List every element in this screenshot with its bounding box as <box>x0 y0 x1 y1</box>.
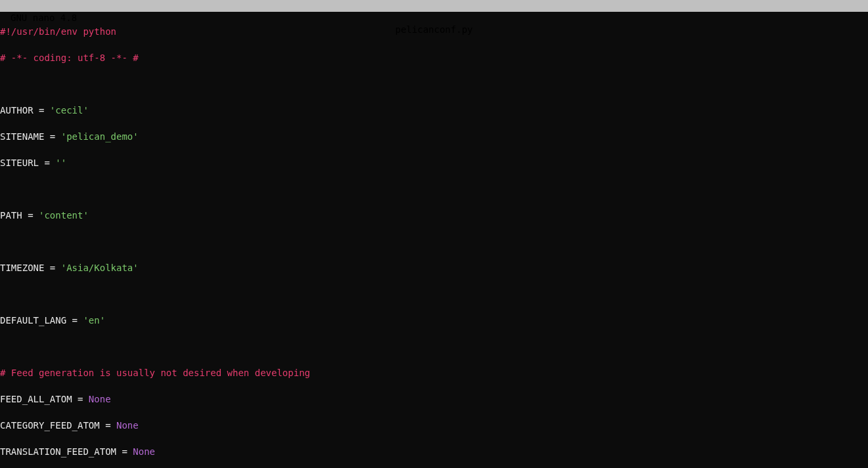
code-line: CATEGORY_FEED_ATOM = None <box>0 419 868 432</box>
code-line: TIMEZONE = 'Asia/Kolkata' <box>0 261 868 274</box>
blank-line <box>0 182 868 196</box>
code-line: SITENAME = 'pelican_demo' <box>0 130 868 143</box>
code-line: # Feed generation is usually not desired… <box>0 366 868 379</box>
code-line: SITEURL = '' <box>0 156 868 169</box>
code-line: DEFAULT_LANG = 'en' <box>0 314 868 327</box>
code-line: TRANSLATION_FEED_ATOM = None <box>0 445 868 458</box>
code-line: # -*- coding: utf-8 -*- # <box>0 51 868 64</box>
blank-line <box>0 77 868 91</box>
nano-app-name: GNU nano 4.8 <box>11 12 77 24</box>
blank-line <box>0 287 868 301</box>
editor-area[interactable]: #!/usr/bin/env python # -*- coding: utf-… <box>0 12 868 468</box>
code-line: PATH = 'content' <box>0 209 868 222</box>
blank-line <box>0 340 868 353</box>
nano-filename: pelicanconf.py <box>395 24 472 35</box>
code-line: AUTHOR = 'cecil' <box>0 104 868 117</box>
nano-titlebar: GNU nano 4.8 pelicanconf.py <box>0 0 868 12</box>
code-line: FEED_ALL_ATOM = None <box>0 393 868 406</box>
blank-line <box>0 235 868 248</box>
